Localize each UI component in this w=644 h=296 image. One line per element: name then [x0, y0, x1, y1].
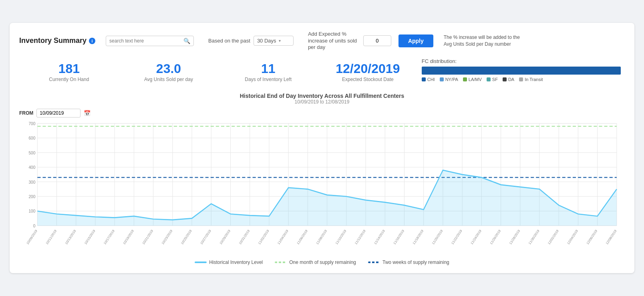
based-on-section: Based on the past 30 Days ▾ [208, 36, 294, 46]
metric-stockout-value: 12/20/2019 [318, 62, 418, 75]
metric-on-hand-value: 181 [19, 62, 119, 75]
metric-avg-units-value: 23.0 [119, 62, 219, 75]
chart-legend-item: One month of supply remaining [275, 260, 356, 265]
metrics-row: 181 Currently On Hand 23.0 Avg Units Sol… [19, 58, 625, 86]
svg-text:10/29/2019: 10/29/2019 [219, 229, 231, 245]
svg-text:10/21/2019: 10/21/2019 [142, 229, 154, 245]
svg-text:100: 100 [29, 209, 36, 214]
apply-button[interactable]: Apply [398, 34, 433, 47]
metric-avg-units: 23.0 Avg Units Sold per day [119, 58, 219, 86]
svg-text:11/06/2019: 11/06/2019 [296, 229, 308, 245]
metric-stockout: 12/20/2019 Expected Stockout Date [318, 58, 418, 86]
svg-text:10/19/2019: 10/19/2019 [123, 229, 135, 245]
fc-legend-item: DA [503, 77, 514, 82]
svg-text:11/16/2019: 11/16/2019 [393, 229, 405, 245]
svg-text:10/27/2019: 10/27/2019 [200, 229, 212, 245]
search-input[interactable] [109, 38, 181, 44]
chart-subtitle: 10/09/2019 to 12/08/2019 [19, 99, 625, 105]
header-row: Inventory Summary i 🔍 Based on the past … [19, 31, 625, 51]
svg-text:12/06/2019: 12/06/2019 [586, 229, 598, 245]
from-label: FROM [19, 110, 33, 116]
card-title: Inventory Summary i [19, 36, 95, 45]
svg-text:600: 600 [29, 136, 36, 140]
search-icon: 🔍 [183, 38, 190, 44]
hint-text: The % increase will be added to the Avg … [444, 34, 524, 48]
svg-text:11/08/2019: 11/08/2019 [316, 229, 328, 245]
search-box: 🔍 [106, 36, 194, 46]
svg-text:12/08/2019: 12/08/2019 [605, 229, 617, 245]
svg-text:11/22/2019: 11/22/2019 [451, 229, 463, 245]
svg-text:300: 300 [29, 180, 36, 184]
fc-distribution-section: FC distribution: CHINY/PALA/MVSFDAIn Tra… [418, 58, 625, 82]
add-expected-section: Add Expected % increase of units sold pe… [308, 31, 433, 51]
metric-on-hand: 181 Currently On Hand [19, 58, 119, 86]
chart-area: 010020030040050060070010/09/201910/11/20… [19, 119, 625, 255]
svg-text:10/15/2019: 10/15/2019 [84, 229, 96, 245]
calendar-icon[interactable]: 📅 [84, 110, 91, 116]
svg-text:11/24/2019: 11/24/2019 [470, 229, 482, 245]
svg-text:700: 700 [29, 122, 36, 126]
inventory-summary-card: Inventory Summary i 🔍 Based on the past … [10, 23, 634, 274]
metric-days-left-label: Days of Inventory Left [218, 77, 318, 82]
svg-text:11/26/2019: 11/26/2019 [489, 229, 501, 245]
svg-text:11/30/2019: 11/30/2019 [528, 229, 540, 245]
svg-text:10/13/2019: 10/13/2019 [64, 229, 76, 245]
fc-legend-item: CHI [422, 77, 435, 82]
svg-text:500: 500 [29, 151, 36, 155]
svg-text:10/31/2019: 10/31/2019 [238, 229, 250, 245]
fc-legend: CHINY/PALA/MVSFDAIn Transit [422, 77, 621, 82]
chart-section: Historical End of Day Inventory Across A… [19, 93, 625, 265]
chart-legend-item: Two weeks of supply remaining [368, 260, 449, 265]
svg-text:11/28/2019: 11/28/2019 [509, 229, 521, 245]
svg-text:11/12/2019: 11/12/2019 [354, 229, 366, 245]
chart-title: Historical End of Day Inventory Across A… [19, 93, 625, 99]
fc-legend-item: NY/PA [440, 77, 458, 82]
svg-text:11/18/2019: 11/18/2019 [412, 229, 424, 245]
metric-stockout-label: Expected Stockout Date [318, 77, 418, 82]
title-text: Inventory Summary [19, 36, 87, 45]
chart-legend-item: Historical Inventory Level [195, 260, 263, 265]
chevron-down-icon: ▾ [279, 39, 281, 43]
fc-legend-item: In Transit [519, 77, 543, 82]
svg-text:12/02/2019: 12/02/2019 [547, 229, 559, 245]
svg-text:11/20/2019: 11/20/2019 [431, 229, 443, 245]
svg-text:400: 400 [29, 165, 36, 170]
svg-text:11/04/2019: 11/04/2019 [277, 229, 289, 245]
svg-text:12/04/2019: 12/04/2019 [567, 229, 579, 245]
chart-controls: FROM 📅 [19, 109, 625, 118]
from-date-input[interactable] [36, 109, 80, 118]
chart-legend: Historical Inventory LevelOne month of s… [19, 260, 625, 265]
dropdown-value: 30 Days [257, 38, 276, 44]
svg-text:200: 200 [29, 195, 36, 199]
metric-on-hand-label: Currently On Hand [19, 77, 119, 82]
metric-avg-units-label: Avg Units Sold per day [119, 77, 219, 82]
based-on-label: Based on the past [208, 38, 250, 44]
pct-input[interactable] [363, 35, 391, 46]
svg-text:11/10/2019: 11/10/2019 [335, 229, 347, 245]
svg-text:11/14/2019: 11/14/2019 [374, 229, 386, 245]
fc-bar [422, 67, 621, 75]
fc-legend-item: SF [487, 77, 498, 82]
metric-days-left: 11 Days of Inventory Left [218, 58, 318, 86]
svg-text:11/02/2019: 11/02/2019 [258, 229, 270, 245]
svg-text:0: 0 [33, 224, 36, 228]
svg-text:10/11/2019: 10/11/2019 [45, 229, 57, 245]
chart-svg: 010020030040050060070010/09/201910/11/20… [19, 119, 625, 255]
add-expected-label: Add Expected % increase of units sold pe… [308, 31, 360, 51]
svg-text:10/17/2019: 10/17/2019 [103, 229, 115, 245]
info-icon[interactable]: i [89, 38, 95, 44]
fc-label: FC distribution: [422, 58, 621, 64]
svg-text:10/09/2019: 10/09/2019 [26, 229, 38, 245]
metric-days-left-value: 11 [218, 62, 318, 75]
svg-text:10/23/2019: 10/23/2019 [161, 229, 173, 245]
period-dropdown[interactable]: 30 Days ▾ [254, 36, 294, 46]
svg-text:10/25/2019: 10/25/2019 [180, 229, 192, 245]
fc-legend-item: LA/MV [463, 77, 482, 82]
